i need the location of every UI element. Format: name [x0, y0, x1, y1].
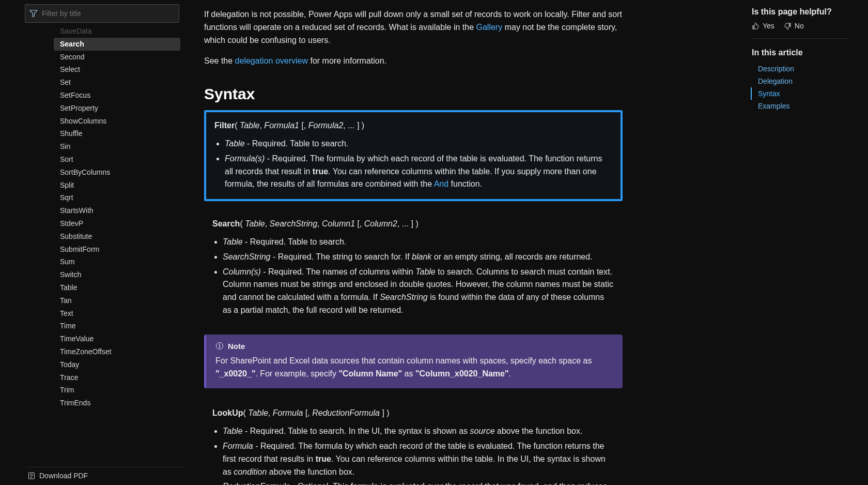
filter-param-table: Table - Required. Table to search.: [225, 138, 612, 150]
sidebar-item-time[interactable]: Time: [54, 320, 180, 332]
note-callout: Note For SharePoint and Excel data sourc…: [204, 335, 623, 389]
nav-scroll[interactable]: SaveDataSearchSecondSelectSetSetFocusSet…: [25, 26, 183, 467]
download-pdf-button[interactable]: Download PDF: [25, 467, 183, 485]
sidebar-item-submitform[interactable]: SubmitForm: [54, 243, 180, 256]
filter-syntax-block: Filter( Table, Formula1 [, Formula2, ...…: [204, 110, 623, 201]
helpful-yes-button[interactable]: Yes: [752, 22, 774, 30]
helpful-question: Is this page helpful?: [752, 7, 848, 17]
delegation-overview-link[interactable]: delegation overview: [235, 56, 308, 65]
sidebar-item-second[interactable]: Second: [54, 51, 180, 64]
lookup-params: Table - Required. Table to search. In th…: [223, 425, 614, 485]
toc-item-examples[interactable]: Examples: [752, 100, 848, 112]
sidebar-item-shuffle[interactable]: Shuffle: [54, 127, 180, 140]
search-params: Table - Required. Table to search. Searc…: [223, 236, 614, 317]
toc-item-syntax[interactable]: Syntax: [751, 87, 848, 100]
sidebar-item-set[interactable]: Set: [54, 76, 180, 89]
lookup-syntax-block: LookUp( Table, Formula [, ReductionFormu…: [204, 400, 623, 485]
sidebar-item-trim[interactable]: Trim: [54, 384, 180, 397]
note-body: For SharePoint and Excel data sources th…: [215, 355, 613, 381]
lookup-param-reduction: ReductionFormula - Optional. This formul…: [223, 480, 614, 485]
download-pdf-label: Download PDF: [39, 472, 88, 480]
right-sidebar: Is this page helpful? Yes No In this art…: [752, 0, 868, 485]
sidebar-item-savedata[interactable]: SaveData: [54, 26, 180, 38]
svg-point-2: [219, 344, 220, 345]
sidebar-item-sort[interactable]: Sort: [54, 153, 180, 166]
search-signature: Search( Table, SearchString, Column1 [, …: [212, 218, 614, 231]
thumbs-down-icon: [784, 22, 792, 30]
search-param-table: Table - Required. Table to search.: [223, 236, 614, 249]
sidebar-item-setfocus[interactable]: SetFocus: [54, 89, 180, 102]
delegation-paragraph: If delegation is not possible, Power App…: [204, 8, 623, 47]
filter-input-wrap[interactable]: [25, 4, 179, 23]
search-syntax-block: Search( Table, SearchString, Column1 [, …: [204, 210, 623, 325]
filter-param-formulas: Formula(s) - Required. The formula by wh…: [225, 153, 612, 191]
filter-signature: Filter( Table, Formula1 [, Formula2, ...…: [214, 119, 612, 132]
toc-item-description[interactable]: Description: [752, 63, 848, 75]
sidebar-item-sortbycolumns[interactable]: SortByColumns: [54, 166, 180, 179]
thumbs-up-icon: [752, 22, 760, 30]
sidebar-item-switch[interactable]: Switch: [54, 268, 180, 281]
sidebar-item-sqrt[interactable]: Sqrt: [54, 191, 180, 204]
sidebar-item-trace[interactable]: Trace: [54, 371, 180, 384]
toc-list: DescriptionDelegationSyntaxExamples: [752, 63, 848, 112]
nav-list: SaveDataSearchSecondSelectSetSetFocusSet…: [25, 26, 183, 410]
sidebar-item-timevalue[interactable]: TimeValue: [54, 332, 180, 345]
info-icon: [215, 342, 224, 350]
sidebar-item-table[interactable]: Table: [54, 281, 180, 294]
toc-item-delegation[interactable]: Delegation: [752, 75, 848, 87]
sidebar-item-search[interactable]: Search: [54, 38, 180, 51]
lookup-param-formula: Formula - Required. The formula by which…: [223, 440, 614, 478]
sidebar-item-sum[interactable]: Sum: [54, 255, 180, 268]
article-scroll[interactable]: If delegation is not possible, Power App…: [183, 0, 752, 485]
sidebar-item-startswith[interactable]: StartsWith: [54, 204, 180, 217]
helpful-no-button[interactable]: No: [784, 22, 804, 30]
article: If delegation is not possible, Power App…: [204, 8, 623, 485]
sidebar-item-text[interactable]: Text: [54, 307, 180, 320]
left-sidebar: SaveDataSearchSecondSelectSetSetFocusSet…: [0, 0, 183, 485]
download-icon: [28, 472, 35, 479]
sidebar-item-stdevp[interactable]: StdevP: [54, 217, 180, 230]
filter-icon: [29, 9, 38, 18]
sidebar-item-setproperty[interactable]: SetProperty: [54, 102, 180, 115]
syntax-heading: Syntax: [204, 85, 623, 103]
sidebar-item-sin[interactable]: Sin: [54, 140, 180, 153]
lookup-signature: LookUp( Table, Formula [, ReductionFormu…: [212, 407, 614, 420]
note-label: Note: [228, 342, 245, 351]
sidebar-item-showcolumns[interactable]: ShowColumns: [54, 115, 180, 128]
gallery-link[interactable]: Gallery: [476, 23, 503, 32]
sidebar-item-timezoneoffset[interactable]: TimeZoneOffset: [54, 345, 180, 358]
svg-rect-3: [219, 345, 220, 348]
sidebar-item-select[interactable]: Select: [54, 63, 180, 76]
see-overview-paragraph: See the delegation overview for more inf…: [204, 55, 623, 68]
sidebar-item-split[interactable]: Split: [54, 179, 180, 192]
sidebar-item-trimends[interactable]: TrimEnds: [54, 397, 180, 410]
sidebar-item-substitute[interactable]: Substitute: [54, 230, 180, 243]
sidebar-item-tan[interactable]: Tan: [54, 294, 180, 307]
filter-params: Table - Required. Table to search. Formu…: [225, 138, 612, 191]
filter-input[interactable]: [42, 9, 179, 18]
main-content: If delegation is not possible, Power App…: [183, 0, 868, 485]
sidebar-item-today[interactable]: Today: [54, 358, 180, 371]
lookup-param-table: Table - Required. Table to search. In th…: [223, 425, 614, 438]
search-param-searchstring: SearchString - Required. The string to s…: [223, 251, 614, 264]
and-function-link[interactable]: And: [434, 179, 448, 188]
search-param-columns: Column(s) - Required. The names of colum…: [223, 266, 614, 317]
toc-heading: In this article: [752, 48, 848, 57]
